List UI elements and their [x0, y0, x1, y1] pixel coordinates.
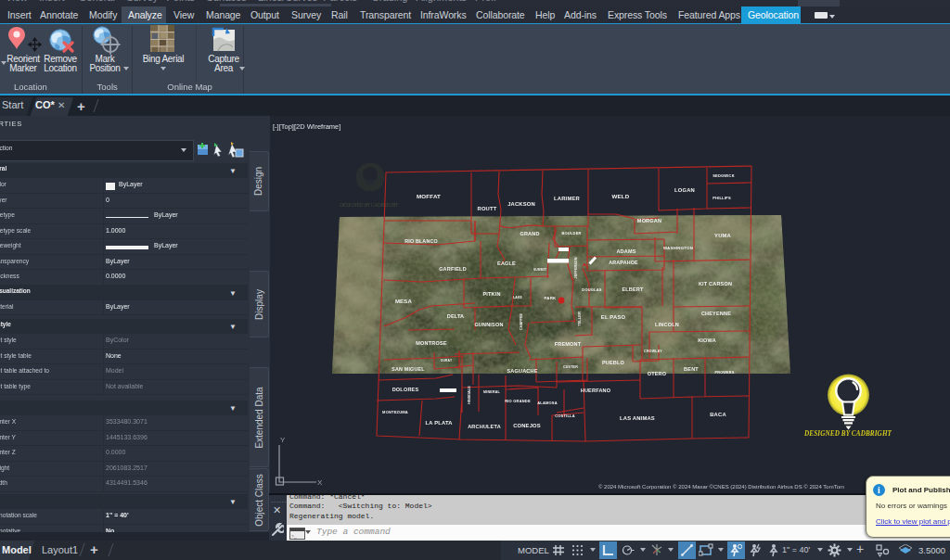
- svg-text:HUERFANO: HUERFANO: [581, 388, 611, 393]
- svg-text:SAGUACHE: SAGUACHE: [507, 368, 537, 374]
- svg-text:WASHINGTON: WASHINGTON: [663, 246, 693, 250]
- svg-text:PARK: PARK: [545, 296, 558, 300]
- svg-text:TELLER: TELLER: [577, 312, 582, 326]
- svg-text:FREMONT: FREMONT: [555, 341, 582, 347]
- svg-text:CONEJOS: CONEJOS: [513, 423, 541, 428]
- svg-text:ELBERT: ELBERT: [622, 286, 644, 292]
- svg-text:LA PLATA: LA PLATA: [425, 420, 453, 426]
- svg-text:WELD: WELD: [611, 193, 629, 199]
- svg-text:X: X: [317, 478, 323, 487]
- svg-text:LINCOLN: LINCOLN: [655, 322, 679, 327]
- svg-text:ADAMS: ADAMS: [616, 248, 635, 254]
- svg-text:Y: Y: [280, 436, 286, 444]
- svg-text:ROUTT: ROUTT: [478, 206, 497, 211]
- svg-text:SEDGWICK: SEDGWICK: [712, 173, 735, 178]
- svg-text:[-][Top][2D Wireframe]: [-][Top][2D Wireframe]: [273, 122, 340, 131]
- svg-text:CHAFFEE: CHAFFEE: [520, 313, 523, 330]
- svg-text:MONTEZUMA: MONTEZUMA: [382, 410, 408, 414]
- svg-text:BENT: BENT: [684, 366, 699, 372]
- svg-text:RIO BLANCO: RIO BLANCO: [404, 238, 438, 244]
- svg-text:LAKE: LAKE: [513, 296, 522, 299]
- svg-text:ARAPAHOE: ARAPAHOE: [609, 260, 638, 265]
- svg-text:DESIGNED BY CADBRIGHT: DESIGNED BY CADBRIGHT: [803, 430, 892, 438]
- svg-text:KIOWA: KIOWA: [698, 337, 716, 343]
- svg-text:BOULDER: BOULDER: [561, 231, 581, 235]
- svg-text:JACKSON: JACKSON: [507, 201, 535, 207]
- svg-text:MONTROSE: MONTROSE: [416, 340, 447, 346]
- svg-text:KIT CARSON: KIT CARSON: [699, 281, 732, 286]
- svg-text:PITKIN: PITKIN: [482, 291, 500, 297]
- svg-text:ALAMOSA: ALAMOSA: [537, 401, 558, 405]
- svg-text:MOFFAT: MOFFAT: [417, 193, 441, 199]
- svg-text:CROWLEY: CROWLEY: [644, 350, 662, 353]
- svg-text:PROWERS: PROWERS: [714, 371, 734, 375]
- svg-text:COSTILLA: COSTILLA: [555, 414, 575, 418]
- svg-text:PHILLIPS: PHILLIPS: [712, 196, 731, 200]
- svg-text:BACA: BACA: [710, 412, 726, 417]
- svg-text:HINSDALE: HINSDALE: [468, 386, 471, 404]
- svg-text:LAS ANIMAS: LAS ANIMAS: [620, 415, 655, 421]
- svg-text:GUNNISON: GUNNISON: [474, 322, 503, 327]
- svg-text:CUSTER: CUSTER: [563, 365, 578, 369]
- svg-text:RIO GRANDE: RIO GRANDE: [505, 399, 531, 403]
- svg-text:CHEYENNE: CHEYENNE: [701, 311, 731, 316]
- svg-text:MORGAN: MORGAN: [637, 218, 661, 223]
- svg-text:DOUGLAS: DOUGLAS: [582, 287, 602, 292]
- svg-text:MINERAL: MINERAL: [483, 390, 500, 394]
- svg-text:DOLORES: DOLORES: [392, 387, 419, 392]
- svg-text:GARFIELD: GARFIELD: [439, 266, 467, 272]
- svg-text:OTERO: OTERO: [648, 371, 667, 376]
- svg-text:EAGLE: EAGLE: [497, 261, 516, 266]
- svg-text:JEFFERSON: JEFFERSON: [574, 257, 578, 278]
- svg-text:MESA: MESA: [395, 299, 413, 304]
- svg-text:YUMA: YUMA: [714, 233, 731, 238]
- svg-text:© 2024 Microsoft Corporation ©: © 2024 Microsoft Corporation © 2024 Maxa…: [598, 484, 844, 490]
- svg-text:SUMMIT: SUMMIT: [533, 268, 546, 272]
- svg-text:PUEBLO: PUEBLO: [602, 360, 625, 365]
- svg-text:EL PASO: EL PASO: [601, 314, 626, 320]
- svg-text:OURAY: OURAY: [441, 359, 453, 363]
- svg-text:DELTA: DELTA: [447, 313, 465, 319]
- svg-text:LARIMER: LARIMER: [554, 196, 580, 201]
- svg-text:SAN MIGUEL: SAN MIGUEL: [392, 366, 425, 372]
- svg-text:DESIGNED BY CADBRIGHT: DESIGNED BY CADBRIGHT: [339, 202, 399, 208]
- svg-text:GRAND: GRAND: [520, 231, 539, 236]
- svg-text:LOGAN: LOGAN: [674, 187, 695, 193]
- svg-text:ARCHULETA: ARCHULETA: [468, 424, 501, 429]
